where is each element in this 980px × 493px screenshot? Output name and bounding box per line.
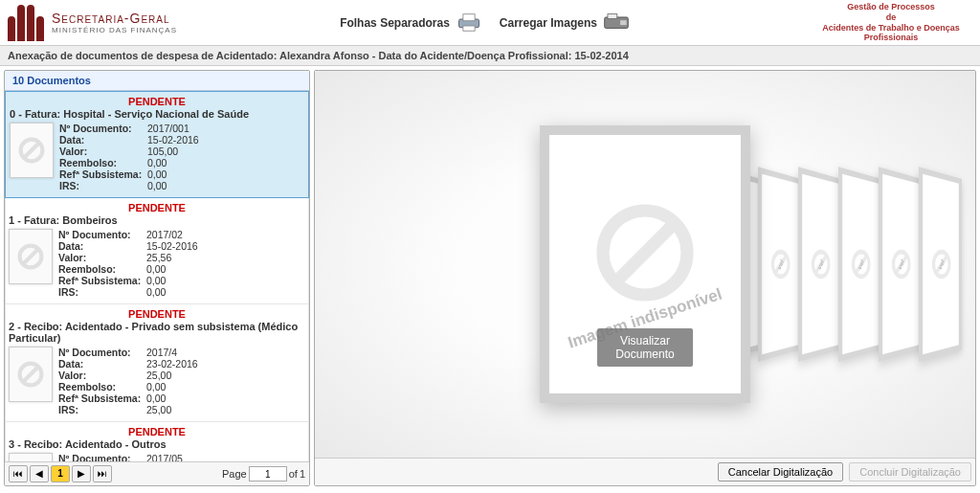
app-title: Gestão de Processos de Acidentes de Trab…	[810, 2, 972, 43]
pager: ⏮ ◀ 1 ▶ ⏭ Page of 1	[5, 461, 309, 485]
document-status: PENDENTE	[6, 94, 308, 107]
document-title: 0 - Fatura: Hospital - Serviço Nacional …	[6, 107, 308, 121]
brand-logo-icon	[8, 5, 44, 41]
document-item[interactable]: PENDENTE1 - Fatura: BombeirosNº Document…	[5, 198, 309, 304]
pager-total: 1	[300, 468, 305, 480]
document-thumbnail	[9, 453, 53, 461]
svg-line-11	[23, 367, 38, 382]
preview-stage: Imagem indisponível Visualizar Documento…	[315, 71, 975, 458]
svg-line-15	[615, 223, 675, 282]
pager-page-label: Page	[222, 468, 247, 480]
pager-next-button[interactable]: ▶	[72, 465, 91, 482]
svg-line-7	[24, 143, 39, 158]
document-status: PENDENTE	[5, 306, 309, 320]
pager-page-input[interactable]	[249, 466, 287, 482]
document-fields: Nº Documento:2017/4Data:23-02-2016Valor:…	[58, 347, 198, 415]
no-image-icon	[592, 200, 698, 305]
preview-thumb[interactable]: vel	[758, 167, 801, 362]
document-status: PENDENTE	[5, 200, 309, 213]
pager-last-button[interactable]: ⏭	[93, 465, 112, 482]
preview-main-card[interactable]: Imagem indisponível Visualizar Documento	[540, 125, 750, 403]
folhas-label: Folhas Separadoras	[340, 16, 450, 30]
svg-rect-1	[463, 13, 475, 20]
document-title: 1 - Fatura: Bombeiros	[5, 213, 309, 227]
svg-line-9	[23, 249, 38, 264]
document-fields: Nº Documento:2017/05Data:15-02-2016	[58, 453, 198, 461]
document-fields: Nº Documento:2017/001Data:15-02-2016Valo…	[59, 123, 199, 191]
preview-thumb[interactable]: vel	[838, 167, 881, 362]
document-title: 2 - Recibo: Acidentado - Privado sem sub…	[5, 320, 309, 345]
document-thumbnail	[9, 347, 53, 402]
visualizar-documento-button[interactable]: Visualizar Documento	[597, 328, 693, 367]
preview-thumb[interactable]: vel	[879, 167, 922, 362]
carregar-imagens-button[interactable]: Carregar Imagens	[500, 12, 630, 34]
pager-prev-button[interactable]: ◀	[30, 465, 49, 482]
preview-thumb[interactable]: vel	[798, 167, 841, 362]
document-list[interactable]: PENDENTE0 - Fatura: Hospital - Serviço N…	[5, 91, 309, 461]
document-list-panel: 10 Documentos PENDENTE0 - Fatura: Hospit…	[4, 70, 310, 486]
preview-thumb[interactable]: vel	[919, 167, 962, 362]
document-item[interactable]: PENDENTE2 - Recibo: Acidentado - Privado…	[5, 304, 309, 422]
cancelar-digitalizacao-button[interactable]: Cancelar Digitalização	[718, 462, 843, 482]
pager-current-page[interactable]: 1	[51, 465, 70, 482]
document-thumbnail	[10, 123, 54, 178]
folhas-separadoras-button[interactable]: Folhas Separadoras	[340, 12, 482, 34]
preview-panel: Imagem indisponível Visualizar Documento…	[314, 70, 976, 486]
document-thumbnail	[9, 229, 53, 284]
brand-text: Secretaria-Geral MINISTÉRIO DAS FINANÇAS	[52, 11, 177, 34]
svg-rect-4	[608, 13, 617, 18]
document-item[interactable]: PENDENTE3 - Recibo: Acidentado - OutrosN…	[5, 422, 309, 461]
printer-icon	[456, 12, 482, 34]
brand-line1: Secretaria-Geral	[52, 11, 177, 26]
svg-rect-2	[463, 26, 475, 31]
carregar-label: Carregar Imagens	[500, 16, 597, 30]
concluir-digitalizacao-button[interactable]: Concluir Digitalização	[849, 462, 971, 482]
document-title: 3 - Recibo: Acidentado - Outros	[5, 437, 309, 451]
document-count-header: 10 Documentos	[5, 71, 309, 91]
document-item[interactable]: PENDENTE0 - Fatura: Hospital - Serviço N…	[5, 91, 309, 198]
pager-first-button[interactable]: ⏮	[9, 465, 28, 482]
scanner-icon	[603, 12, 630, 34]
document-fields: Nº Documento:2017/02Data:15-02-2016Valor…	[58, 229, 198, 298]
pager-of-label: of	[289, 468, 298, 480]
preview-footer: Cancelar Digitalização Concluir Digitali…	[315, 458, 975, 485]
brand-line2: MINISTÉRIO DAS FINANÇAS	[52, 26, 177, 34]
document-status: PENDENTE	[5, 424, 309, 437]
breadcrumb: Anexação de documentos de despesa de Aci…	[0, 46, 980, 66]
app-header: Secretaria-Geral MINISTÉRIO DAS FINANÇAS…	[0, 0, 980, 46]
svg-rect-5	[620, 20, 627, 25]
